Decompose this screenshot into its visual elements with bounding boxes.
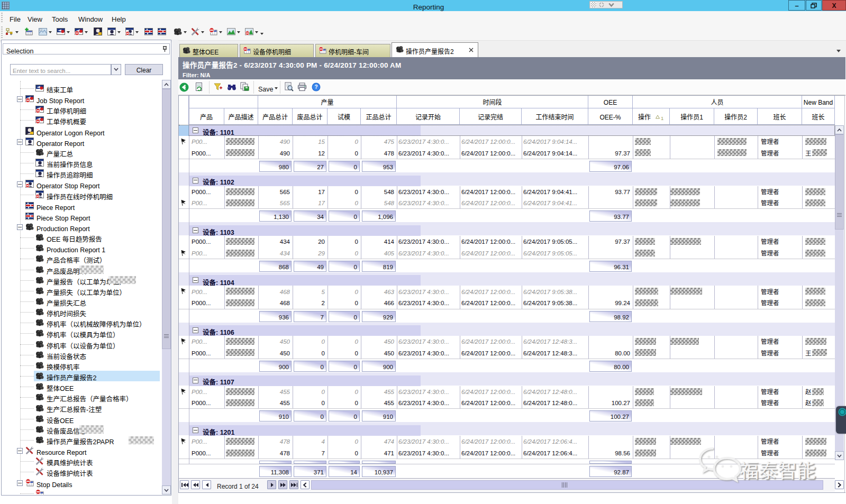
- svg-text:?: ?: [314, 84, 317, 90]
